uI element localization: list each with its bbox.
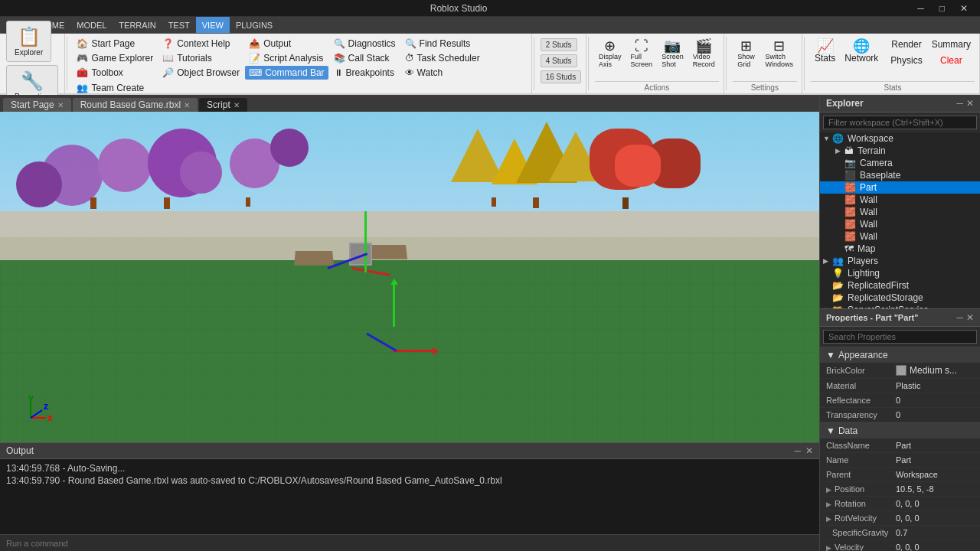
viewport[interactable]: x y z <box>0 112 819 442</box>
output-btn[interactable]: 📤 Output <box>245 37 328 51</box>
menu-terrain[interactable]: TERRAIN <box>113 17 162 33</box>
task-scheduler-icon: ⏱ <box>405 53 414 64</box>
rot-velocity-expand[interactable]: ▶ <box>826 515 831 523</box>
script-analysis-btn[interactable]: 📝 Script Analysis <box>245 51 328 65</box>
summary-btn[interactable]: Summary <box>928 37 975 52</box>
physics-btn[interactable]: Physics <box>887 53 926 68</box>
find-results-btn[interactable]: 🔍 Find Results <box>401 37 484 51</box>
breakpoints-btn[interactable]: ⏸ Breakpoints <box>330 66 400 80</box>
title-bar: Roblox Studio ─ □ ✕ <box>0 0 980 17</box>
tree-part[interactable]: 🧱 Part <box>820 181 980 194</box>
full-screen-btn[interactable]: ⛶ FullScreen <box>627 37 657 70</box>
velocity-expand[interactable]: ▶ <box>826 544 831 551</box>
tree-players[interactable]: ▶ 👥 Players <box>820 255 980 267</box>
properties-close-btn[interactable]: ✕ <box>966 312 974 323</box>
tree-lighting[interactable]: 💡 Lighting <box>820 267 980 279</box>
viewport-tabs-bar: Start Page ✕ Round Based Game.rbxl ✕ Scr… <box>0 95 819 112</box>
tree-baseplate[interactable]: ⬛ Baseplate <box>820 169 980 181</box>
minimize-btn[interactable]: ─ <box>911 3 930 14</box>
clear-btn[interactable]: Clear <box>928 53 975 68</box>
output-minimize-btn[interactable]: ─ <box>794 445 801 456</box>
screen-shot-btn[interactable]: 📷 ScreenShot <box>658 37 688 70</box>
menu-test[interactable]: TEST <box>162 17 196 33</box>
tree-replicated-first[interactable]: 📂 ReplicatedFirst <box>820 279 980 292</box>
output-close-btn[interactable]: ✕ <box>805 445 813 456</box>
screen-shot-icon: 📷 <box>664 39 681 53</box>
data-section-header[interactable]: ▼ Data <box>820 422 980 439</box>
tutorials-icon: 📖 <box>162 53 174 64</box>
network-btn[interactable]: 🌐 Network <box>841 37 882 66</box>
tree-replicated-storage[interactable]: 📂 ReplicatedStorage <box>820 292 980 304</box>
command-input[interactable] <box>6 539 813 548</box>
tab-start-page[interactable]: Start Page ✕ <box>3 98 71 112</box>
stats-btn[interactable]: 📈 Stats <box>811 37 839 66</box>
switch-windows-btn[interactable]: ⊟ SwitchWindows <box>762 37 798 70</box>
explorer-minimize-btn[interactable]: ─ <box>956 98 963 109</box>
stats-icon: 📈 <box>817 39 834 53</box>
obj-browser-btn[interactable]: 🔎 Object Browser <box>158 66 243 80</box>
prop-position: ▶Position 10.5, 5, -8 <box>820 482 980 497</box>
output-title: Output <box>6 445 34 456</box>
tab-script[interactable]: Script ✕ <box>199 98 247 112</box>
toolbox-btn[interactable]: 🧰 Toolbox <box>73 66 157 80</box>
maximize-btn[interactable]: □ <box>933 3 951 14</box>
close-script[interactable]: ✕ <box>234 101 240 109</box>
tree-workspace[interactable]: ▼ 🌐 Workspace <box>820 132 980 145</box>
tab-round-based-game[interactable]: Round Based Game.rbxl ✕ <box>73 98 198 112</box>
prop-velocity: ▶Velocity 0, 0, 0 <box>820 540 980 551</box>
properties-icon: 🔧 <box>21 70 44 93</box>
diagnostics-btn[interactable]: 🔍 Diagnostics <box>330 37 400 51</box>
explorer-btn[interactable]: 📋 Explorer <box>6 21 51 62</box>
tree-wall-3[interactable]: 🧱 Wall <box>820 218 980 230</box>
network-icon: 🌐 <box>853 39 870 53</box>
video-record-btn[interactable]: 🎬 VideoRecord <box>689 37 719 70</box>
tutorials-btn[interactable]: 📖 Tutorials <box>158 51 243 65</box>
rotation-expand[interactable]: ▶ <box>826 500 831 508</box>
explorer-search[interactable] <box>823 116 977 129</box>
show-grid-btn[interactable]: ⊞ ShowGrid <box>733 37 760 70</box>
position-expand[interactable]: ▶ <box>826 486 831 494</box>
studs-4-btn[interactable]: 4 Studs <box>541 54 577 67</box>
properties-search[interactable] <box>823 330 977 344</box>
start-page-icon: 🏠 <box>77 38 88 49</box>
explorer-close-btn[interactable]: ✕ <box>966 98 974 109</box>
close-start-page[interactable]: ✕ <box>57 101 64 109</box>
menu-model[interactable]: MODEL <box>70 17 113 33</box>
ribbon-group-actions: ⊕ DisplayAxis ⛶ FullScreen 📷 ScreenShot … <box>590 34 724 93</box>
studs-16-btn[interactable]: 16 Studs <box>541 70 581 83</box>
tree-camera[interactable]: 📷 Camera <box>820 157 980 169</box>
tree-map[interactable]: 🗺 Map <box>820 243 980 255</box>
studs-2-btn[interactable]: 2 Studs <box>541 38 577 51</box>
tree-wall-4[interactable]: 🧱 Wall <box>820 230 980 243</box>
output-content: 13:40:59.768 - Auto-Saving... 13:40:59.7… <box>0 459 819 534</box>
context-help-icon: ❓ <box>162 38 174 49</box>
tree-terrain[interactable]: ▶ 🏔 Terrain <box>820 145 980 157</box>
start-page-btn[interactable]: 🏠 Start Page <box>73 37 157 51</box>
breakpoints-icon: ⏸ <box>334 67 343 78</box>
command-bar-btn[interactable]: ⌨ Command Bar <box>245 66 328 80</box>
tree-wall-1[interactable]: 🧱 Wall <box>820 194 980 206</box>
properties-expandable: ▶Position 10.5, 5, -8 ▶Rotation 0, 0, 0 … <box>820 482 980 551</box>
display-axis-btn[interactable]: ⊕ DisplayAxis <box>595 37 626 70</box>
menu-view[interactable]: VIEW <box>196 17 230 33</box>
context-help-btn[interactable]: ❓ Context Help <box>158 37 243 51</box>
output-icon: 📤 <box>249 38 260 49</box>
task-scheduler-btn[interactable]: ⏱ Task Scheduler <box>401 51 484 65</box>
window-controls: ─ □ ✕ <box>911 3 974 14</box>
stats-label: Stats <box>811 81 975 92</box>
tree-wall-2[interactable]: 🧱 Wall <box>820 206 980 218</box>
team-create-btn[interactable]: 👥 Team Create <box>73 81 174 95</box>
prop-rot-velocity: ▶RotVelocity 0, 0, 0 <box>820 511 980 526</box>
close-btn[interactable]: ✕ <box>954 3 974 14</box>
svg-line-3 <box>31 410 42 418</box>
game-explorer-btn[interactable]: 🎮 Game Explorer <box>73 51 157 65</box>
close-round-based-game[interactable]: ✕ <box>184 101 190 109</box>
render-btn[interactable]: Render <box>887 37 926 52</box>
prop-reflectance: Reflectance 0 <box>820 393 980 408</box>
call-stack-btn[interactable]: 📚 Call Stack <box>330 51 400 65</box>
appearance-section-header[interactable]: ▼ Appearance <box>820 347 980 363</box>
menu-plugins[interactable]: PLUGINS <box>230 17 279 33</box>
explorer-label: Explorer <box>15 48 43 57</box>
watch-btn[interactable]: 👁 Watch <box>401 66 484 80</box>
properties-minimize-btn[interactable]: ─ <box>956 312 963 323</box>
